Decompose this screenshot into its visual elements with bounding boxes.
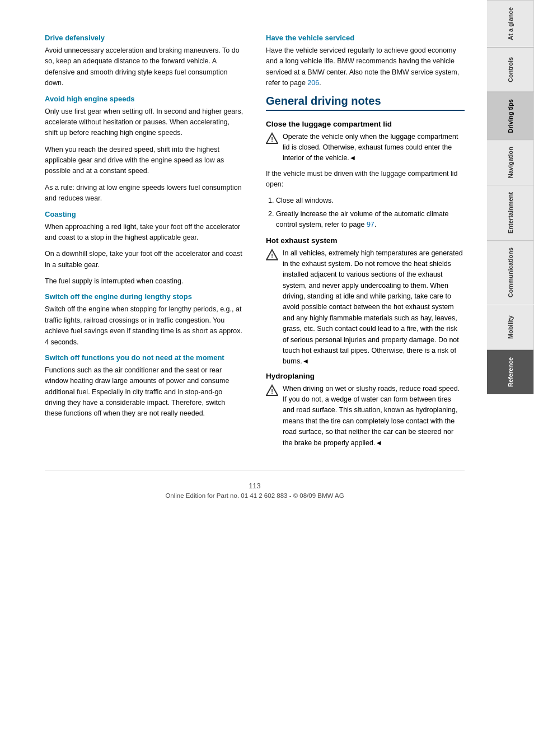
warning-hot-exhaust: ! In all vehicles, extremely high temper… (266, 248, 465, 367)
warning-hydroplaning: ! When driving on wet or slushy roads, r… (266, 384, 465, 449)
text-avoid-2: When you reach the desired speed, shift … (45, 144, 243, 177)
heading-switch-off-functions: Switch off functions you do not need at … (45, 353, 243, 362)
text-have-vehicle-serviced-1: Have the vehicle serviced regularly to a… (266, 45, 465, 89)
left-column: Drive defensively Avoid unnecessary acce… (45, 34, 243, 453)
right-column: Have the vehicle serviced Have the vehic… (266, 34, 465, 453)
warning-icon-hydroplaning: ! (266, 384, 278, 396)
heading-hydroplaning: Hydroplaning (266, 372, 465, 380)
heading-drive-defensively: Drive defensively (45, 34, 243, 42)
heading-hot-exhaust: Hot exhaust system (266, 236, 465, 245)
heading-avoid-high-engine-speeds: Avoid high engine speeds (45, 95, 243, 103)
heading-coasting: Coasting (45, 210, 243, 218)
sidebar-tab-navigation[interactable]: Navigation (487, 139, 534, 185)
svg-text:!: ! (271, 253, 273, 259)
text-switch-off-engine-1: Switch off the engine when stopping for … (45, 304, 243, 348)
section-switch-off-functions: Switch off functions you do not need at … (45, 353, 243, 419)
text-drive-defensively-1: Avoid unnecessary acceleration and braki… (45, 45, 243, 89)
section-have-vehicle-serviced: Have the vehicle serviced Have the vehic… (266, 34, 465, 89)
text-hydroplaning-warning: When driving on wet or slushy roads, red… (283, 384, 465, 449)
text-avoid-3: As a rule: driving at low engine speeds … (45, 183, 243, 204)
list-item-2: Greatly increase the air volume of the a… (276, 209, 465, 231)
heading-have-vehicle-serviced: Have the vehicle serviced (266, 34, 465, 42)
sidebar-tab-mobility[interactable]: Mobility (487, 305, 534, 349)
sidebar-tab-controls[interactable]: Controls (487, 47, 534, 92)
main-content: Drive defensively Avoid unnecessary acce… (0, 0, 487, 756)
text-coasting-2: On a downhill slope, take your foot off … (45, 249, 243, 270)
heading-switch-off-engine: Switch off the engine during lengthy sto… (45, 292, 243, 301)
text-coasting-1: When approaching a red light, take your … (45, 222, 243, 244)
sidebar: At a glance Controls Driving tips Naviga… (487, 0, 534, 756)
footer-text: Online Edition for Part no. 01 41 2 602 … (45, 492, 465, 499)
section-close-luggage-lid: Close the luggage compartment lid ! Oper… (266, 120, 465, 231)
link-page-206[interactable]: 206 (307, 79, 319, 87)
section-hot-exhaust: Hot exhaust system ! In all vehicles, ex… (266, 236, 465, 367)
warning-luggage-lid: ! Operate the vehicle only when the lugg… (266, 132, 465, 164)
svg-text:!: ! (271, 388, 273, 395)
heading-close-luggage-lid: Close the luggage compartment lid (266, 120, 465, 128)
general-driving-notes-heading: General driving notes (266, 95, 465, 111)
text-luggage-body: If the vehicle must be driven with the l… (266, 169, 465, 190)
page-footer: 113 Online Edition for Part no. 01 41 2 … (45, 470, 465, 505)
text-hot-exhaust-warning: In all vehicles, extremely high temperat… (283, 248, 465, 367)
page-number: 113 (45, 482, 465, 490)
text-switch-off-functions-1: Functions such as the air conditioner an… (45, 365, 243, 419)
text-avoid-1: Only use first gear when setting off. In… (45, 106, 243, 139)
sidebar-tab-entertainment[interactable]: Entertainment (487, 185, 534, 240)
link-page-97[interactable]: 97 (367, 221, 374, 228)
text-luggage-warning: Operate the vehicle only when the luggag… (283, 132, 465, 164)
section-coasting: Coasting When approaching a red light, t… (45, 210, 243, 287)
text-coasting-3: The fuel supply is interrupted when coas… (45, 276, 243, 287)
section-hydroplaning: Hydroplaning ! When driving on wet or sl… (266, 372, 465, 449)
warning-icon-exhaust: ! (266, 249, 278, 261)
sidebar-tab-at-a-glance[interactable]: At a glance (487, 0, 534, 47)
luggage-list: Close all windows. Greatly increase the … (266, 195, 465, 230)
sidebar-tab-driving-tips[interactable]: Driving tips (487, 92, 534, 140)
svg-text:!: ! (271, 136, 273, 143)
sidebar-tab-communications[interactable]: Communications (487, 240, 534, 304)
section-avoid-high-engine-speeds: Avoid high engine speeds Only use first … (45, 95, 243, 204)
section-switch-off-engine: Switch off the engine during lengthy sto… (45, 292, 243, 348)
two-column-layout: Drive defensively Avoid unnecessary acce… (45, 34, 465, 453)
sidebar-tab-reference[interactable]: Reference (487, 349, 534, 394)
list-item-1: Close all windows. (276, 195, 465, 206)
section-drive-defensively: Drive defensively Avoid unnecessary acce… (45, 34, 243, 89)
warning-icon-luggage: ! (266, 132, 278, 144)
